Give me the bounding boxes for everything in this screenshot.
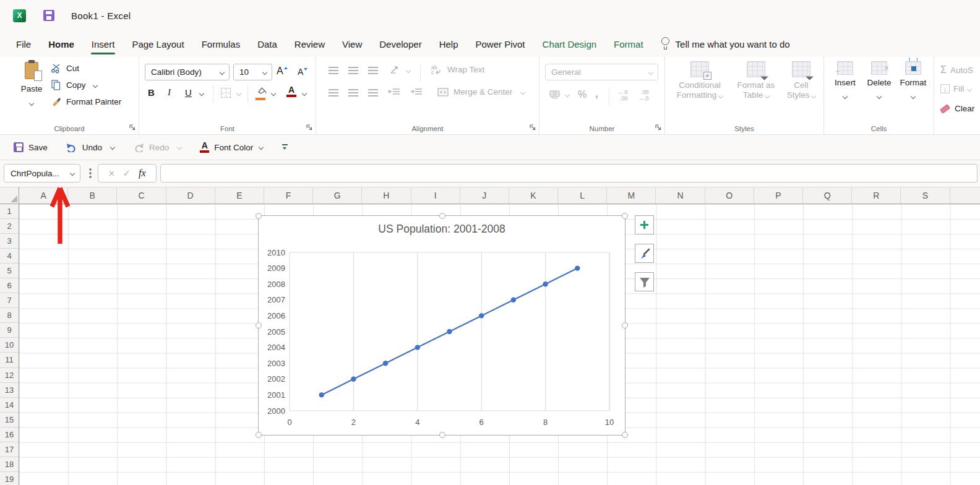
row-header-19[interactable]: 19 bbox=[0, 472, 19, 485]
underline-chevron-icon[interactable] bbox=[199, 91, 204, 96]
tell-me-box[interactable]: Tell me what you want to do bbox=[661, 37, 790, 51]
copy-button[interactable]: Copy bbox=[51, 80, 121, 90]
redo-button[interactable]: Redo bbox=[133, 143, 181, 152]
column-header-Q[interactable]: Q bbox=[803, 187, 852, 204]
cell-styles-button[interactable]: Cell Styles bbox=[783, 57, 820, 100]
number-format-combo[interactable]: General bbox=[545, 64, 658, 80]
increase-indent-icon[interactable] bbox=[410, 88, 423, 97]
conditional-formatting-button[interactable]: ≠ Conditional Formatting bbox=[670, 57, 729, 100]
column-header-R[interactable]: R bbox=[852, 187, 901, 204]
tab-power-pivot[interactable]: Power Pivot bbox=[467, 31, 534, 57]
borders-chevron-icon[interactable] bbox=[236, 91, 241, 96]
italic-button[interactable]: I bbox=[168, 87, 171, 98]
chart-styles-button[interactable] bbox=[635, 244, 654, 263]
chart-handle-mid-left[interactable] bbox=[256, 322, 262, 328]
delete-cells-chevron-icon[interactable] bbox=[877, 94, 882, 99]
tab-chart-design[interactable]: Chart Design bbox=[534, 31, 606, 57]
cut-button[interactable]: Cut bbox=[51, 63, 121, 74]
chart-handle-top-center[interactable] bbox=[439, 213, 445, 219]
chart-handle-bottom-center[interactable] bbox=[439, 432, 445, 438]
autosave-save-icon[interactable] bbox=[43, 10, 54, 21]
column-header-M[interactable]: M bbox=[607, 187, 656, 204]
chart-handle-top-left[interactable] bbox=[256, 213, 262, 219]
fill-color-chevron-icon[interactable] bbox=[271, 91, 276, 96]
alignment-dialog-launcher-icon[interactable] bbox=[530, 124, 536, 131]
chart-handle-top-right[interactable] bbox=[622, 213, 628, 219]
copy-dropdown-chevron-icon[interactable] bbox=[92, 82, 97, 87]
undo-chevron-icon[interactable] bbox=[110, 145, 115, 150]
align-left-icon[interactable] bbox=[329, 89, 338, 97]
chart-elements-button[interactable] bbox=[635, 215, 654, 234]
formula-input[interactable] bbox=[160, 164, 978, 182]
number-dialog-launcher-icon[interactable] bbox=[655, 124, 661, 131]
row-header-6[interactable]: 6 bbox=[0, 278, 19, 293]
font-color-button[interactable]: A bbox=[286, 85, 296, 97]
tab-developer[interactable]: Developer bbox=[371, 31, 430, 57]
cancel-icon[interactable]: × bbox=[108, 168, 114, 179]
borders-button-icon[interactable] bbox=[221, 88, 231, 98]
middle-align-icon[interactable] bbox=[348, 67, 358, 74]
insert-cells-button[interactable]: ← Insert bbox=[829, 57, 861, 101]
fill-button[interactable]: ↓ Fill bbox=[940, 84, 971, 93]
chart-handle-bottom-left[interactable] bbox=[256, 432, 262, 438]
row-header-17[interactable]: 17 bbox=[0, 442, 19, 457]
save-button[interactable]: Save bbox=[14, 142, 48, 152]
tab-data[interactable]: Data bbox=[249, 31, 286, 57]
column-header-F[interactable]: F bbox=[264, 187, 313, 204]
row-header-1[interactable]: 1 bbox=[0, 204, 19, 219]
insert-cells-chevron-icon[interactable] bbox=[843, 94, 848, 99]
decrease-indent-icon[interactable] bbox=[388, 88, 400, 97]
font-color-chevron-icon[interactable] bbox=[302, 91, 307, 96]
chart-handle-bottom-right[interactable] bbox=[622, 432, 628, 438]
formula-bar-grip[interactable] bbox=[89, 168, 92, 179]
column-header-G[interactable]: G bbox=[313, 187, 362, 204]
fill-color-button[interactable] bbox=[256, 86, 267, 100]
select-all-corner[interactable] bbox=[0, 187, 19, 204]
insert-function-icon[interactable]: fx bbox=[139, 168, 146, 179]
row-header-2[interactable]: 2 bbox=[0, 219, 19, 234]
increase-decimal-button[interactable]: ←.0.00 bbox=[617, 89, 628, 101]
accounting-chevron-icon[interactable] bbox=[565, 92, 570, 97]
font-name-combo[interactable]: Calibri (Body) bbox=[145, 64, 230, 80]
align-right-icon[interactable] bbox=[368, 89, 378, 97]
undo-button[interactable]: Undo bbox=[66, 143, 114, 152]
customize-toolbar-icon[interactable] bbox=[282, 144, 289, 151]
row-header-13[interactable]: 13 bbox=[0, 383, 19, 398]
merge-center-button[interactable]: Merge & Center bbox=[437, 87, 525, 97]
column-header-C[interactable]: C bbox=[117, 187, 166, 204]
row-header-14[interactable]: 14 bbox=[0, 398, 19, 413]
font-size-chevron-icon[interactable] bbox=[262, 69, 267, 74]
tab-review[interactable]: Review bbox=[286, 31, 333, 57]
tab-format[interactable]: Format bbox=[605, 31, 652, 57]
number-format-chevron-icon[interactable] bbox=[648, 69, 653, 74]
row-header-11[interactable]: 11 bbox=[0, 353, 19, 367]
font-name-chevron-icon[interactable] bbox=[220, 69, 225, 74]
decrease-decimal-button[interactable]: .00→.0 bbox=[638, 89, 649, 101]
column-header-K[interactable]: K bbox=[509, 187, 558, 204]
row-header-5[interactable]: 5 bbox=[0, 264, 19, 278]
tab-page-layout[interactable]: Page Layout bbox=[123, 31, 192, 57]
row-header-15[interactable]: 15 bbox=[0, 413, 19, 427]
row-header-10[interactable]: 10 bbox=[0, 338, 19, 353]
paste-dropdown-chevron-icon[interactable] bbox=[29, 101, 34, 106]
enter-icon[interactable]: ✓ bbox=[123, 168, 131, 179]
orientation-icon[interactable] bbox=[389, 65, 400, 75]
column-header-I[interactable]: I bbox=[411, 187, 460, 204]
font-size-combo[interactable]: 10 bbox=[233, 64, 272, 80]
qat-font-color-button[interactable]: A Font Color bbox=[200, 142, 263, 153]
column-header-L[interactable]: L bbox=[558, 187, 607, 204]
orientation-chevron-icon[interactable] bbox=[406, 68, 411, 73]
row-header-12[interactable]: 12 bbox=[0, 368, 19, 383]
merge-center-chevron-icon[interactable] bbox=[520, 89, 525, 94]
column-header-S[interactable]: S bbox=[901, 187, 950, 204]
align-center-icon[interactable] bbox=[348, 89, 358, 97]
row-header-7[interactable]: 7 bbox=[0, 293, 19, 308]
row-header-18[interactable]: 18 bbox=[0, 457, 19, 472]
chart-handle-mid-right[interactable] bbox=[622, 322, 628, 328]
tab-insert[interactable]: Insert bbox=[83, 31, 124, 57]
delete-cells-button[interactable]: × Delete bbox=[862, 57, 896, 101]
excel-app-icon[interactable]: X bbox=[13, 9, 26, 22]
row-header-3[interactable]: 3 bbox=[0, 234, 19, 249]
tab-formulas[interactable]: Formulas bbox=[193, 31, 249, 57]
column-header-J[interactable]: J bbox=[460, 187, 509, 204]
